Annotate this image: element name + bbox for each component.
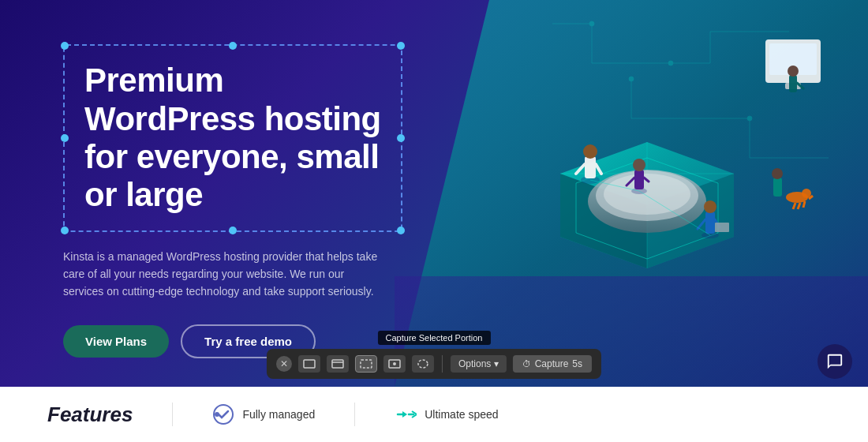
svg-line-41 <box>809 196 813 199</box>
svg-point-3 <box>629 77 634 81</box>
svg-line-22 <box>596 164 601 174</box>
handle-bottom-left <box>61 227 69 234</box>
svg-rect-47 <box>304 360 315 368</box>
capture-label: Capture Selected Portion <box>378 331 491 345</box>
svg-point-37 <box>802 189 811 198</box>
svg-rect-29 <box>705 212 715 234</box>
svg-point-55 <box>215 412 219 417</box>
hero-description: Kinsta is a managed WordPress hosting pr… <box>63 248 379 301</box>
svg-point-43 <box>788 66 799 77</box>
svg-point-12 <box>588 170 706 233</box>
handle-bottom-center <box>229 227 237 234</box>
chat-bubble-button[interactable] <box>817 344 852 379</box>
svg-point-28 <box>702 232 719 238</box>
fully-managed-label: Fully managed <box>242 408 315 421</box>
svg-rect-34 <box>773 178 782 197</box>
svg-line-27 <box>644 178 649 182</box>
svg-point-20 <box>583 144 597 159</box>
svg-line-46 <box>639 191 710 235</box>
hero-illustration <box>395 0 868 387</box>
svg-marker-5 <box>560 142 734 268</box>
svg-rect-42 <box>789 75 797 92</box>
capture-divider <box>442 355 443 373</box>
capture-window-button[interactable] <box>327 355 349 373</box>
capture-close-button[interactable]: ✕ <box>276 356 292 372</box>
svg-point-2 <box>668 61 673 66</box>
svg-point-4 <box>747 116 752 121</box>
capture-fullscreen-button[interactable] <box>298 355 320 373</box>
handle-middle-right <box>397 134 405 142</box>
svg-line-38 <box>793 203 795 209</box>
svg-point-18 <box>581 176 600 184</box>
bottom-divider-1 <box>172 403 173 426</box>
features-text: Features <box>47 403 133 427</box>
svg-line-39 <box>798 203 800 209</box>
capture-bar: ✕ <box>267 349 601 379</box>
handle-bottom-right <box>397 227 405 234</box>
svg-marker-0 <box>395 0 868 387</box>
page-wrapper: Premium WordPress hosting for everyone, … <box>0 0 868 442</box>
capture-screen-record-button[interactable] <box>383 355 406 373</box>
svg-line-32 <box>715 219 720 227</box>
svg-point-53 <box>418 360 428 368</box>
svg-rect-17 <box>785 83 801 89</box>
ultimate-speed-icon <box>395 403 417 425</box>
svg-point-13 <box>596 170 698 221</box>
svg-rect-15 <box>765 39 821 83</box>
svg-rect-50 <box>361 360 372 368</box>
svg-point-30 <box>704 200 716 213</box>
handle-top-right <box>397 42 405 50</box>
svg-line-44 <box>797 83 803 88</box>
svg-point-25 <box>633 159 645 171</box>
svg-rect-48 <box>332 360 343 368</box>
svg-point-36 <box>786 192 808 203</box>
svg-marker-7 <box>647 174 734 268</box>
fully-managed-icon <box>212 403 234 425</box>
svg-marker-8 <box>576 158 718 259</box>
svg-rect-19 <box>585 156 596 178</box>
bottom-divider-2 <box>354 403 355 426</box>
selection-box: Premium WordPress hosting for everyone, … <box>63 44 402 231</box>
capture-options-button[interactable]: Options ▾ <box>451 355 507 373</box>
svg-line-21 <box>576 164 585 174</box>
ultimate-speed-label: Ultimate speed <box>425 408 498 421</box>
svg-line-26 <box>627 178 634 185</box>
hero-title: Premium WordPress hosting for everyone, … <box>84 62 381 214</box>
svg-marker-6 <box>560 174 647 268</box>
handle-top-left <box>61 42 69 50</box>
svg-line-31 <box>698 219 705 229</box>
svg-point-35 <box>772 168 783 179</box>
svg-rect-24 <box>634 170 644 189</box>
hero-content: Premium WordPress hosting for everyone, … <box>0 0 434 387</box>
svg-line-45 <box>590 180 639 191</box>
svg-line-40 <box>803 201 805 208</box>
handle-middle-left <box>61 134 69 142</box>
capture-toolbar: Capture Selected Portion ✕ <box>267 331 601 379</box>
view-plans-button[interactable]: View Plans <box>63 325 169 358</box>
svg-point-23 <box>631 188 647 194</box>
svg-point-14 <box>604 174 690 215</box>
feature-fully-managed: Fully managed <box>212 403 315 425</box>
svg-point-52 <box>393 362 396 365</box>
svg-point-1 <box>589 21 594 26</box>
bottom-bar: Features Fully managed <box>0 387 868 442</box>
svg-rect-16 <box>769 43 817 75</box>
capture-circle-button[interactable] <box>412 355 434 373</box>
svg-rect-33 <box>715 223 729 232</box>
capture-button[interactable]: ⏱ Capture 5s <box>513 355 592 373</box>
capture-selection-button[interactable] <box>355 355 377 373</box>
handle-top-center <box>229 42 237 50</box>
feature-ultimate-speed: Ultimate speed <box>395 403 498 425</box>
